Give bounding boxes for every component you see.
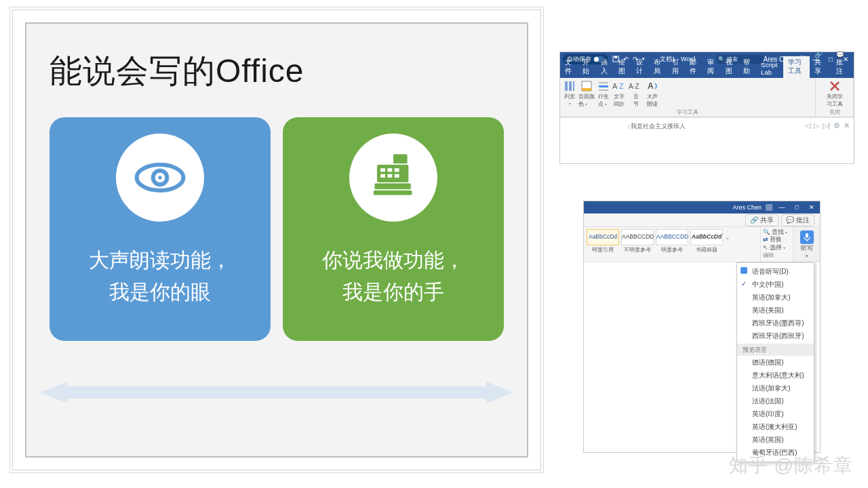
ribbon-tab-11[interactable]: Script Lab: [756, 59, 783, 78]
menu-preview-lang-3[interactable]: 法语(法国): [737, 394, 814, 407]
style-label-0: 明显引用: [587, 246, 619, 253]
ribbon-tab-4[interactable]: 设计: [631, 56, 649, 78]
syllables-button[interactable]: A·Z音节: [629, 80, 644, 108]
eye-icon: [116, 134, 204, 222]
line-focus-button[interactable]: 行焦点 ▾: [597, 80, 610, 108]
word1-document-area[interactable]: |我是社会主义接班人 ◁ ▷ ▷| ⚙ ✕: [560, 117, 854, 135]
svg-text:A: A: [612, 82, 618, 90]
menu-lang-checked[interactable]: 中文(中国): [737, 278, 814, 291]
comments-button[interactable]: 💬 批注: [831, 49, 851, 78]
menu-preview-lang-4[interactable]: 英语(印度): [737, 407, 814, 420]
style-label-3: 书籍标题: [690, 246, 723, 253]
menu-lang-0[interactable]: 英语(加拿大): [737, 291, 814, 304]
ribbon-tab-5[interactable]: 布局: [649, 56, 667, 78]
editing-group-label: 编辑: [763, 252, 791, 260]
card-blue-text: 大声朗读功能， 我是你的眼: [89, 245, 231, 308]
replace-icon: ⇄: [763, 236, 768, 243]
line-focus-label-1: 行焦: [598, 94, 609, 100]
dictate-language-menu: 语音听写(D) 中文(中国) 英语(加拿大)英语(美国)西班牙语(墨西哥)西班牙…: [736, 262, 814, 462]
word-window-dictate: Ares Chen — □ ✕ 🔗共享 💬批注 AaBbCcDdAABBCCDD…: [583, 201, 821, 453]
maximize-button[interactable]: □: [791, 204, 802, 211]
comments-button[interactable]: 💬批注: [781, 214, 814, 226]
word2-user-name[interactable]: Ares Chen: [732, 204, 762, 211]
line-focus-label-2: 点: [598, 101, 604, 107]
read-aloud-playbar: ◁ ▷ ▷| ⚙ ✕: [805, 121, 850, 130]
replace-label: 替换: [770, 236, 782, 243]
close-learning-tools-button[interactable]: 关闭学习工具: [827, 80, 843, 108]
column-width-label: 列宽: [564, 93, 575, 100]
menu-preview-lang-6[interactable]: 英语(英国): [737, 433, 814, 446]
dictate-button[interactable]: 听写 ▾: [793, 227, 820, 262]
ribbon-tab-0[interactable]: 文件: [560, 56, 578, 78]
style-box-2[interactable]: AABBCCDD: [656, 229, 688, 245]
next-icon[interactable]: ▷|: [823, 121, 830, 130]
close-lt-label-1: 关闭学: [827, 94, 843, 100]
svg-rect-7: [395, 168, 399, 171]
word1-ribbon-tabs: 文件开始插入绘图设计布局引用邮件审阅视图帮助Script Lab学习工具🔗 共享…: [560, 66, 854, 78]
menu-preview-header: 预览语言: [737, 344, 814, 356]
menu-preview-lang-2[interactable]: 法语(加拿大): [737, 382, 814, 394]
column-width-button[interactable]: 列宽▾: [564, 80, 576, 108]
svg-marker-13: [40, 382, 67, 403]
read-aloud-button[interactable]: A大声朗读: [646, 80, 658, 108]
card-blue-line1: 大声朗读功能，: [89, 245, 231, 277]
menu-preview-lang-0[interactable]: 德语(德国): [737, 356, 814, 369]
select-button[interactable]: ↖选择▾: [763, 244, 791, 251]
word2-ribbon: AaBbCcDdAABBCCDDAABBCCDDAaBbCcDd⌄ 明显引用不明…: [584, 227, 820, 262]
menu-lang-1[interactable]: 英语(美国): [737, 304, 814, 317]
menu-voice-dictation[interactable]: 语音听写(D): [737, 265, 814, 278]
text-spacing-label-1: 文字: [614, 94, 625, 100]
close-playbar-icon[interactable]: ✕: [844, 121, 850, 130]
page-color-button[interactable]: 页面颜色 ▾: [578, 80, 595, 108]
minimize-button[interactable]: —: [776, 204, 787, 211]
menu-lang-3[interactable]: 西班牙语(西班牙): [737, 329, 814, 342]
ribbon-tab-6[interactable]: 引用: [667, 56, 685, 78]
card-green-text: 你说我做功能， 我是你的手: [322, 245, 465, 308]
ribbon-tab-7[interactable]: 邮件: [685, 56, 703, 78]
text-spacing-button[interactable]: AZ文字间距: [612, 80, 626, 108]
find-button[interactable]: 🔍查找▾: [763, 228, 791, 236]
ribbon-group-close-label: 关闭: [819, 108, 850, 116]
svg-rect-11: [374, 184, 410, 190]
ribbon-tab-8[interactable]: 审阅: [703, 56, 720, 78]
word2-share-bar: 🔗共享 💬批注: [584, 214, 820, 227]
replace-button[interactable]: ⇄替换: [763, 236, 791, 243]
comment-icon: 💬: [786, 216, 794, 224]
share-button[interactable]: 🔗共享: [745, 214, 778, 226]
microphone-icon: [800, 230, 814, 244]
styles-more-icon[interactable]: ⌄: [725, 229, 733, 245]
style-box-3[interactable]: AaBbCcDd: [690, 229, 723, 245]
ribbon-tab-12[interactable]: 学习工具: [783, 56, 810, 78]
svg-rect-33: [806, 233, 808, 238]
read-aloud-label-2: 朗读: [647, 101, 658, 107]
ribbon-tab-9[interactable]: 视图: [721, 56, 738, 78]
select-label: 选择: [770, 244, 782, 251]
close-button[interactable]: ✕: [806, 204, 817, 211]
slide-title: 能说会写的Office: [50, 49, 504, 93]
double-arrow: [43, 382, 511, 403]
style-label-2: 明显参考: [656, 246, 688, 253]
styles-gallery[interactable]: AaBbCcDdAABBCCDDAABBCCDDAaBbCcDd⌄ 明显引用不明…: [584, 227, 760, 262]
style-box-0[interactable]: AaBbCcDd: [587, 229, 619, 245]
play-icon[interactable]: ▷: [814, 121, 819, 130]
ribbon-tab-3[interactable]: 绘图: [614, 56, 631, 78]
settings-icon[interactable]: ⚙: [833, 121, 840, 130]
chevron-down-icon[interactable]: ▾: [806, 253, 808, 259]
menu-preview-lang-5[interactable]: 英语(澳大利亚): [737, 420, 814, 433]
svg-rect-9: [387, 174, 392, 178]
ribbon-tab-10[interactable]: 帮助: [738, 56, 756, 78]
menu-preview-lang-1[interactable]: 意大利语(意大利): [737, 369, 814, 382]
share-button[interactable]: 🔗 共享: [810, 49, 829, 78]
search-icon: 🔍: [763, 228, 770, 236]
syllables-label-1: 音: [633, 94, 639, 100]
svg-text:A: A: [648, 81, 654, 91]
comments-label: 批注: [796, 216, 810, 225]
style-box-1[interactable]: AABBCCDD: [621, 229, 654, 245]
card-green-line2: 我是你的手: [322, 277, 465, 308]
watermark: 知乎 @陈希章: [729, 453, 853, 479]
prev-icon[interactable]: ◁: [805, 121, 810, 130]
word1-ribbon: 列宽▾ 页面颜色 ▾ 行焦点 ▾ AZ文字间距 A·Z音节 A大声朗读 学习工具…: [560, 78, 854, 117]
cash-register-icon: [349, 134, 437, 222]
svg-rect-10: [395, 174, 399, 178]
menu-lang-2[interactable]: 西班牙语(墨西哥): [737, 317, 814, 329]
